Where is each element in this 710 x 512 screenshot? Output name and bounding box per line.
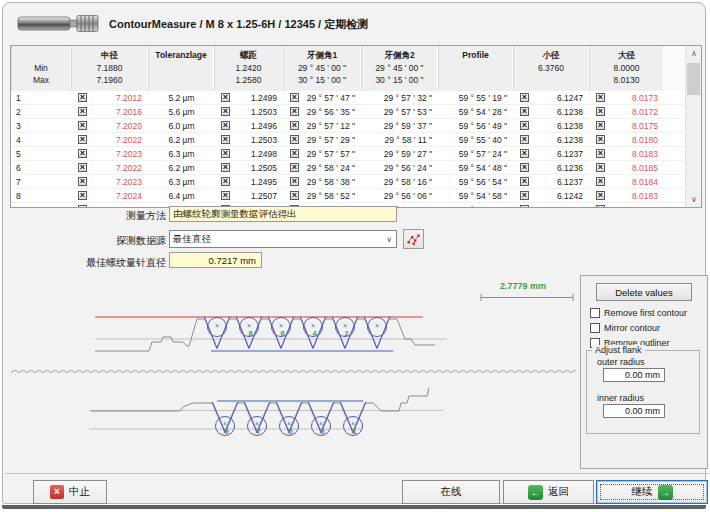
checked-checkbox-icon[interactable]: × (290, 93, 299, 102)
continue-button[interactable]: 继续 → (596, 480, 708, 504)
checked-checkbox-icon[interactable]: × (78, 121, 87, 130)
cell-tol: 6.3 µm (148, 147, 214, 160)
checked-checkbox-icon[interactable]: × (520, 191, 529, 200)
svg-text:×: × (375, 322, 379, 329)
svg-text:×: × (287, 420, 291, 427)
checked-checkbox-icon[interactable]: × (221, 135, 230, 144)
checked-checkbox-icon[interactable]: × (596, 107, 605, 116)
checked-checkbox-icon[interactable]: × (221, 177, 230, 186)
row-number: 5 (11, 147, 71, 160)
cell-fa1: ×29 ° 57 ' 57 " (283, 147, 361, 160)
checked-checkbox-icon[interactable]: × (78, 177, 87, 186)
cell-d: ×8.0180 (589, 133, 664, 146)
cell-fa1: ×29 ° 57 ' 12 " (283, 119, 361, 132)
title-bar: ContourMeasure / M 8 x 1.25-6H / 12345 /… (3, 3, 705, 43)
abort-button[interactable]: × 中止 (33, 480, 107, 504)
probe-points-icon-button[interactable] (403, 229, 424, 249)
svg-text:×: × (223, 420, 227, 427)
continue-arrow-icon: → (658, 485, 673, 500)
checked-checkbox-icon[interactable]: × (290, 135, 299, 144)
row-number: 2 (11, 105, 71, 118)
lower-contour (91, 388, 429, 431)
checked-checkbox-icon[interactable]: × (78, 149, 87, 158)
checked-checkbox-icon[interactable]: × (78, 93, 87, 102)
checked-checkbox-icon[interactable]: × (596, 121, 605, 130)
checked-checkbox-icon[interactable]: × (221, 149, 230, 158)
checked-checkbox-icon[interactable]: × (78, 191, 87, 200)
checked-checkbox-icon[interactable]: × (290, 149, 299, 158)
checked-checkbox-icon[interactable]: × (290, 107, 299, 116)
mirror-contour-checkbox[interactable]: Mirror contour (590, 323, 660, 333)
checked-checkbox-icon[interactable]: × (596, 163, 605, 172)
checked-checkbox-icon[interactable]: × (520, 205, 529, 207)
probe-source-select[interactable]: 最佳直径 ∨ (169, 230, 397, 248)
checked-checkbox-icon[interactable]: × (290, 163, 299, 172)
checked-checkbox-icon[interactable]: × (520, 107, 529, 116)
table-body: 1×7.20125.2 µm×1.2499×29 ° 57 ' 47 "29 °… (11, 91, 685, 207)
checked-checkbox-icon[interactable]: × (520, 177, 529, 186)
scroll-down-icon[interactable]: ∨ (686, 192, 702, 207)
checked-checkbox-icon[interactable]: × (290, 121, 299, 130)
table-row[interactable]: 7×7.20236.3 µm×1.2495×29 ° 58 ' 38 "29 °… (11, 175, 685, 189)
cell-d2: ×7.2022 (71, 161, 148, 174)
cell-tol: 6.2 µm (148, 133, 214, 146)
cell-d1: ×6.1238 (513, 133, 589, 146)
checked-checkbox-icon[interactable]: × (78, 135, 87, 144)
delete-values-button[interactable]: Delete values (596, 283, 692, 301)
cell-d: ×8.0175 (589, 119, 664, 132)
checked-checkbox-icon[interactable]: × (78, 163, 87, 172)
measure-method-field[interactable]: 由螺纹轮廓测量数据评估得出 (169, 206, 397, 222)
cell-d: ×8.0172 (589, 105, 664, 118)
cell-d2: ×7.2020 (71, 119, 148, 132)
outer-radius-label: outer radius (597, 357, 645, 367)
table-row[interactable]: 6×7.20226.2 µm×1.2505×29 ° 58 ' 24 "29 °… (11, 161, 685, 175)
checked-checkbox-icon[interactable]: × (221, 191, 230, 200)
back-button[interactable]: ← 返回 (503, 480, 594, 504)
checked-checkbox-icon[interactable]: × (520, 121, 529, 130)
table-scrollbar[interactable]: ∧ ∨ (685, 46, 701, 207)
cell-d: ×8.0181 (589, 203, 664, 207)
checked-checkbox-icon[interactable]: × (596, 191, 605, 200)
chevron-down-icon: ∨ (386, 235, 392, 244)
contour-plot[interactable]: 2.7779 mm××8×6×4×2××9×7×5×3×1 (11, 275, 576, 469)
checked-checkbox-icon[interactable]: × (78, 205, 87, 207)
checked-checkbox-icon[interactable]: × (520, 135, 529, 144)
checked-checkbox-icon[interactable]: × (596, 135, 605, 144)
checked-checkbox-icon[interactable]: × (221, 107, 230, 116)
checked-checkbox-icon[interactable]: × (596, 93, 605, 102)
checked-checkbox-icon[interactable]: × (290, 177, 299, 186)
table-row[interactable]: 5×7.20236.3 µm×1.2498×29 ° 57 ' 57 "29 °… (11, 147, 685, 161)
checked-checkbox-icon[interactable]: × (596, 149, 605, 158)
scrollbar-thumb[interactable] (687, 63, 700, 95)
table-row[interactable]: 1×7.20125.2 µm×1.2499×29 ° 57 ' 47 "29 °… (11, 91, 685, 105)
checked-checkbox-icon[interactable]: × (221, 121, 230, 130)
table-row[interactable]: 3×7.20206.0 µm×1.2496×29 ° 57 ' 12 "29 °… (11, 119, 685, 133)
checked-checkbox-icon[interactable]: × (290, 191, 299, 200)
scroll-up-icon[interactable]: ∧ (686, 46, 702, 61)
checked-checkbox-icon[interactable]: × (78, 107, 87, 116)
checked-checkbox-icon[interactable]: × (221, 93, 230, 102)
dimension-bracket (481, 294, 573, 301)
checked-checkbox-icon[interactable]: × (520, 163, 529, 172)
outer-radius-input[interactable]: 0.00 mm (603, 368, 665, 382)
checked-checkbox-icon[interactable]: × (596, 177, 605, 186)
wire-diameter-field[interactable]: 0.7217 mm (169, 252, 262, 268)
cell-d1: ×6.1237 (513, 147, 589, 160)
svg-text:×: × (343, 322, 347, 329)
table-row[interactable]: 2×7.20165.6 µm×1.2503×29 ° 56 ' 35 "29 °… (11, 105, 685, 119)
inner-radius-label: inner radius (597, 393, 644, 403)
online-button[interactable]: 在线 (402, 480, 500, 504)
checked-checkbox-icon[interactable]: × (221, 163, 230, 172)
cell-fa1: ×29 ° 57 ' 47 " (283, 91, 361, 104)
adjust-flank-group: Adjust flank outer radius 0.00 mm inner … (586, 350, 700, 434)
checked-checkbox-icon[interactable]: × (520, 93, 529, 102)
svg-text:×: × (255, 420, 259, 427)
table-row[interactable]: 8×7.20246.4 µm×1.2507×29 ° 58 ' 52 "29 °… (11, 189, 685, 203)
checked-checkbox-icon[interactable]: × (520, 149, 529, 158)
checked-checkbox-icon[interactable]: × (596, 205, 605, 207)
remove-first-contour-checkbox[interactable]: Remove first contour (590, 308, 687, 318)
cell-fa1: ×29 ° 58 ' 38 " (283, 175, 361, 188)
cell-tol: 6.3 µm (148, 175, 214, 188)
table-row[interactable]: 4×7.20226.2 µm×1.2503×29 ° 57 ' 29 "29 °… (11, 133, 685, 147)
inner-radius-input[interactable]: 0.00 mm (603, 404, 665, 418)
